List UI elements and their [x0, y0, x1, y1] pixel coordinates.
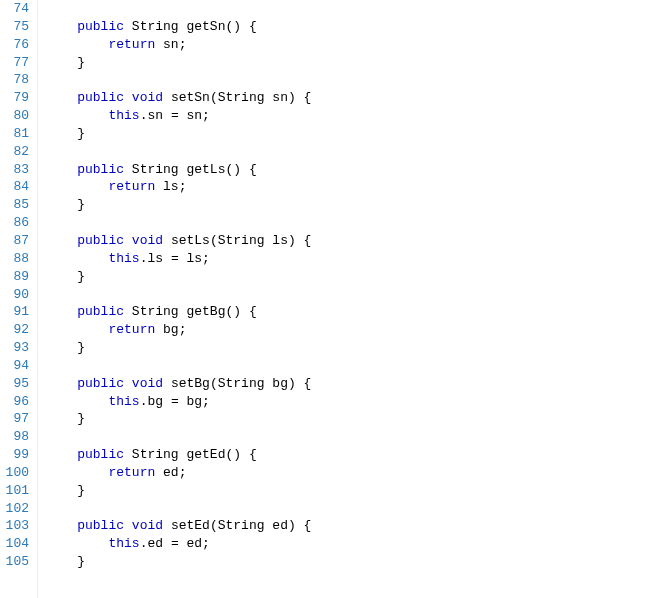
- line-number: 82: [0, 143, 29, 161]
- code-line: }: [46, 553, 670, 571]
- line-number: 96: [0, 393, 29, 411]
- line-number: 78: [0, 71, 29, 89]
- line-number: 86: [0, 214, 29, 232]
- code-line: [46, 286, 670, 304]
- line-number: 76: [0, 36, 29, 54]
- code-line: this.bg = bg;: [46, 393, 670, 411]
- line-number: 92: [0, 321, 29, 339]
- code-line: }: [46, 339, 670, 357]
- line-number: 84: [0, 178, 29, 196]
- code-line: public void setLs(String ls) {: [46, 232, 670, 250]
- line-number: 77: [0, 54, 29, 72]
- line-number: 94: [0, 357, 29, 375]
- line-number: 79: [0, 89, 29, 107]
- line-number: 90: [0, 286, 29, 304]
- code-line: public String getBg() {: [46, 303, 670, 321]
- code-line: public void setBg(String bg) {: [46, 375, 670, 393]
- line-number: 89: [0, 268, 29, 286]
- line-number: 98: [0, 428, 29, 446]
- line-number: 81: [0, 125, 29, 143]
- code-line: [46, 500, 670, 518]
- line-number: 102: [0, 500, 29, 518]
- code-line: [46, 357, 670, 375]
- code-line: [46, 428, 670, 446]
- line-number: 95: [0, 375, 29, 393]
- code-line: public String getSn() {: [46, 18, 670, 36]
- code-line: [46, 0, 670, 18]
- code-line: }: [46, 196, 670, 214]
- line-number: 85: [0, 196, 29, 214]
- code-editor: 7475767778798081828384858687888990919293…: [0, 0, 670, 598]
- code-line: this.ed = ed;: [46, 535, 670, 553]
- line-number: 103: [0, 517, 29, 535]
- code-line: return ls;: [46, 178, 670, 196]
- code-line: [46, 71, 670, 89]
- code-line: }: [46, 54, 670, 72]
- code-line: public String getEd() {: [46, 446, 670, 464]
- line-number: 75: [0, 18, 29, 36]
- code-line: }: [46, 125, 670, 143]
- line-number: 99: [0, 446, 29, 464]
- line-number: 87: [0, 232, 29, 250]
- line-number: 93: [0, 339, 29, 357]
- line-number: 91: [0, 303, 29, 321]
- code-line: }: [46, 268, 670, 286]
- code-line: public void setEd(String ed) {: [46, 517, 670, 535]
- code-line: return sn;: [46, 36, 670, 54]
- line-number: 74: [0, 0, 29, 18]
- code-line: return bg;: [46, 321, 670, 339]
- code-content[interactable]: public String getSn() { return sn; } pub…: [38, 0, 670, 598]
- line-number: 100: [0, 464, 29, 482]
- line-number: 104: [0, 535, 29, 553]
- line-number: 101: [0, 482, 29, 500]
- code-line: this.ls = ls;: [46, 250, 670, 268]
- code-line: [46, 214, 670, 232]
- code-line: }: [46, 482, 670, 500]
- line-number-gutter: 7475767778798081828384858687888990919293…: [0, 0, 38, 598]
- line-number: 105: [0, 553, 29, 571]
- code-line: public void setSn(String sn) {: [46, 89, 670, 107]
- line-number: 83: [0, 161, 29, 179]
- line-number: 97: [0, 410, 29, 428]
- code-line: this.sn = sn;: [46, 107, 670, 125]
- line-number: 80: [0, 107, 29, 125]
- code-line: }: [46, 410, 670, 428]
- code-line: [46, 143, 670, 161]
- code-line: return ed;: [46, 464, 670, 482]
- code-line: public String getLs() {: [46, 161, 670, 179]
- line-number: 88: [0, 250, 29, 268]
